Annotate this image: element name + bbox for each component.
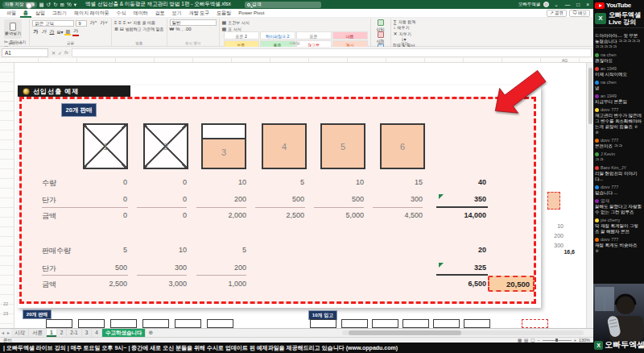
- name-box[interactable]: A1: [2, 48, 48, 57]
- row-label-qty: 수량: [42, 178, 56, 189]
- chat-message: J Kevinㅋㅋ: [595, 152, 642, 163]
- sheet-nav-left-icon[interactable]: ◂: [0, 329, 6, 337]
- sheet-tab-start[interactable]: 시작: [11, 329, 29, 337]
- font-color-icon[interactable]: 가: [72, 27, 79, 36]
- conditional-formatting-button[interactable]: ▦조건부 서식: [222, 19, 368, 25]
- tab-review[interactable]: 검토: [152, 9, 168, 18]
- sheet-tab-4[interactable]: 4: [92, 329, 102, 337]
- vertical-scrollbar[interactable]: [586, 63, 592, 328]
- undo-icon[interactable]: ↺: [47, 2, 51, 8]
- cell: 5,000: [316, 211, 364, 219]
- font-name-select[interactable]: 맑은 고딕: [32, 20, 74, 27]
- horizontal-scrollbar-thumb[interactable]: [349, 330, 461, 335]
- worksheet[interactable]: 22 23 10 200 300 16,6 선입선출 예제 20개 판매 1 2…: [0, 63, 593, 328]
- tab-page-layout[interactable]: 페이지 레이아웃: [71, 9, 113, 18]
- decimal-icon[interactable]: .00: [184, 27, 191, 31]
- vertical-scrollbar-thumb[interactable]: [588, 68, 592, 124]
- formula-input[interactable]: [72, 48, 592, 57]
- insert-function-icon[interactable]: fx: [64, 50, 68, 56]
- sheet-nav-right-icon[interactable]: ▸: [6, 329, 11, 337]
- comma-style-icon[interactable]: ,: [182, 27, 184, 31]
- wrap-text-label[interactable]: 자동 줄 바꿈: [133, 20, 155, 25]
- comments-button[interactable]: 🗨메모: [569, 10, 590, 17]
- minimize-icon[interactable]: —: [564, 2, 572, 7]
- search-placeholder: 검색: [252, 1, 262, 8]
- merge-center-icon[interactable]: ⊟: [120, 26, 124, 31]
- redo-icon[interactable]: ↻: [53, 2, 57, 8]
- align-top-icon[interactable]: ≡: [114, 20, 118, 25]
- indent-icon[interactable]: ≣: [114, 26, 118, 31]
- tab-help[interactable]: 도움말: [213, 9, 234, 18]
- channel-header: X 오빠두엑셀 Live 강의: [593, 10, 644, 28]
- align-bottom-icon[interactable]: ≡: [123, 20, 126, 25]
- slide-title: 선입선출 예제: [33, 87, 79, 96]
- merge-center-label[interactable]: 병합하고 가운데 맞춤: [126, 27, 164, 31]
- tab-developer[interactable]: 개발 도구: [186, 9, 213, 18]
- underline-button[interactable]: 가: [48, 28, 55, 35]
- tab-data[interactable]: 데이터: [130, 9, 151, 18]
- horizontal-scrollbar[interactable]: [342, 330, 584, 335]
- autosave-toggle[interactable]: 자동 저장: [2, 2, 37, 8]
- grow-font-icon[interactable]: 가^: [89, 19, 97, 27]
- partial-box: [142, 319, 169, 328]
- sheet-tab-2[interactable]: 2: [57, 329, 68, 337]
- maximize-icon[interactable]: □: [575, 2, 581, 7]
- share-button[interactable]: ↗공유: [547, 10, 567, 17]
- tab-home[interactable]: 홈: [20, 9, 31, 18]
- live-chat[interactable]: 드아아아아.... 첫 부분 놓쳤습니다 ㅋㅋㅋㅋㅋㅋㅋㅋㅋㅋ na chen괜…: [593, 32, 644, 284]
- qat-borders-icon[interactable]: ⊞: [60, 2, 64, 8]
- cancel-entry-icon[interactable]: ✕: [52, 50, 56, 56]
- paste-button[interactable]: 붙여넣기: [4, 19, 22, 39]
- chat-message: 드아아아아.... 첫 부분 놓쳤습니다 ㅋㅋㅋㅋㅋㅋㅋㅋㅋㅋ: [595, 33, 642, 50]
- tab-power-pivot[interactable]: Power Pivot: [235, 9, 267, 18]
- fill-button[interactable]: ↓채우기: [394, 25, 416, 30]
- cell-style-normal2[interactable]: 표준 2: [224, 31, 259, 39]
- tab-insert[interactable]: 삽입: [32, 9, 48, 18]
- insert-cells-button[interactable]: 삽입: [374, 19, 388, 31]
- bold-button[interactable]: 가: [32, 28, 39, 35]
- ribbon-display-icon[interactable]: ⌄: [552, 2, 559, 8]
- format-as-table-button[interactable]: ▦표 서식: [222, 26, 368, 31]
- italic-button[interactable]: 가: [40, 28, 47, 35]
- shrink-font-icon[interactable]: 가˅: [99, 19, 109, 27]
- save-icon[interactable]: ▦: [39, 2, 44, 8]
- number-format-select[interactable]: 일반: [170, 19, 217, 26]
- tab-view[interactable]: 보기: [169, 9, 185, 18]
- fill-color-icon[interactable]: ▨: [64, 28, 71, 35]
- search-input[interactable]: 검색: [245, 2, 321, 8]
- tab-file[interactable]: 파일: [3, 9, 19, 18]
- confirm-entry-icon[interactable]: ✓: [58, 50, 62, 56]
- chat-avatar: [595, 199, 599, 203]
- cell-style-hyperlink2[interactable]: 하이퍼링크 2: [260, 31, 295, 39]
- bg-cell-value: 200: [539, 233, 564, 239]
- tab-draw[interactable]: 그리기: [49, 9, 70, 18]
- formula-bar: A1 ✕ ✓ fx: [0, 47, 593, 58]
- qat-more-icon[interactable]: ▾: [74, 2, 76, 8]
- sheet-tab-intro[interactable]: 서론: [29, 329, 47, 337]
- clear-button[interactable]: ✕지우기: [394, 31, 416, 36]
- sheet-tab-3[interactable]: 3: [82, 329, 93, 337]
- window-title: 엑셀 선입선출 & 이동평균 재고관리 방법 1편 - 오빠두엑셀.xlsx: [85, 1, 231, 8]
- autosum-button[interactable]: ∑자동 합계: [394, 19, 416, 24]
- sell-20-badge: 20개 판매: [61, 103, 97, 117]
- close-icon[interactable]: ×: [584, 2, 591, 7]
- borders-icon[interactable]: ⊞▾: [56, 29, 63, 35]
- account-avatar[interactable]: [543, 2, 549, 7]
- wrap-text-icon[interactable]: ↩: [127, 19, 131, 25]
- tab-formulas[interactable]: 수식: [114, 9, 130, 18]
- medal-icon: [23, 88, 30, 95]
- qty-total: 40: [435, 178, 486, 186]
- align-middle-icon[interactable]: ≡: [118, 20, 122, 25]
- font-size-select[interactable]: 9: [76, 20, 87, 27]
- sheet-tab-2-1[interactable]: 2-1: [67, 329, 81, 337]
- accounting-format-icon[interactable]: ₩: [170, 27, 175, 31]
- add-sheet-icon[interactable]: ⊕: [146, 329, 155, 337]
- cell-style-bad[interactable]: 나쁨: [332, 31, 368, 39]
- sheet-tab-finish[interactable]: 수고하셨습니다: [102, 329, 147, 337]
- sheet-tab-1[interactable]: 1: [47, 329, 57, 337]
- percent-style-icon[interactable]: %: [175, 27, 180, 31]
- row-headers[interactable]: 22 23: [0, 63, 14, 328]
- zoom-slider[interactable]: [543, 340, 572, 341]
- qat-percent-icon[interactable]: %: [67, 2, 72, 7]
- cell-style-normal[interactable]: 표준: [296, 31, 332, 39]
